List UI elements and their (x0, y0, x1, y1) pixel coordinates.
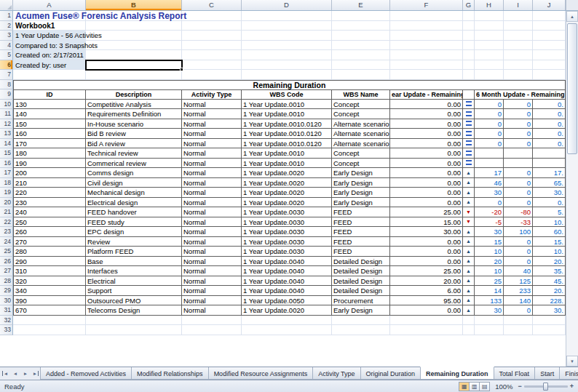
cell-change-3[interactable]: 0. (533, 100, 566, 110)
cell-change-2[interactable]: 0 (504, 109, 533, 119)
cell-wbs-name[interactable]: Procurement (332, 296, 390, 306)
row-header-26[interactable]: 26 (0, 257, 13, 267)
cell[interactable] (242, 70, 332, 80)
cell-change-2[interactable]: 0 (504, 198, 533, 208)
cell-remaining-duration[interactable]: 0.00 (390, 100, 463, 110)
cell-wbs-code[interactable]: 1 Year Update.0030 (242, 237, 332, 247)
cell-trend[interactable]: ▲ (463, 286, 475, 296)
cell-wbs-name[interactable]: Alternate scenario (332, 139, 390, 149)
cell-change-3[interactable]: 60. (533, 227, 566, 237)
cell[interactable] (390, 31, 463, 41)
cell-change-2[interactable]: 0 (504, 305, 533, 316)
cell[interactable] (182, 31, 242, 41)
zoom-thumb[interactable] (543, 383, 548, 391)
cell-change-2[interactable] (504, 159, 533, 169)
cell-change-2[interactable]: -33 (504, 217, 533, 228)
cell-change-1[interactable]: 17 (475, 168, 504, 178)
cell-wbs-name[interactable]: Early Design (332, 168, 390, 178)
cell-description[interactable]: Support (86, 286, 182, 296)
cell-activity-type[interactable]: Normal (182, 100, 242, 110)
cell-description[interactable]: Commerical review (86, 159, 182, 169)
cell-activity-type[interactable]: Normal (182, 119, 242, 129)
cell[interactable] (332, 70, 390, 80)
cell-id[interactable]: 390 (13, 296, 86, 306)
sheet-tab[interactable]: Remaining Duration (420, 367, 494, 380)
cell-wbs-name[interactable]: Detailed Design (332, 266, 390, 276)
cell-change-1[interactable] (475, 148, 504, 159)
cell-change-3[interactable]: 228. (533, 296, 566, 306)
cell-trend[interactable] (463, 100, 475, 110)
row-header-5[interactable]: 5 (0, 50, 13, 60)
cell-activity-type[interactable]: Normal (182, 266, 242, 276)
cell[interactable] (390, 21, 463, 31)
cell-activity-type[interactable]: Normal (182, 237, 242, 247)
selected-cell-B6[interactable] (85, 60, 183, 71)
cell-id[interactable]: 250 (13, 217, 86, 228)
cell-change-1[interactable]: 14 (475, 286, 504, 296)
column-header-I[interactable]: I (504, 0, 533, 10)
cell[interactable] (475, 60, 504, 71)
row-header-24[interactable]: 24 (0, 237, 13, 247)
cell[interactable] (463, 50, 475, 60)
cell-wbs-code[interactable]: 1 Year Update.0020 (242, 198, 332, 208)
cell-change-3[interactable]: 45. (533, 276, 566, 287)
cell-trend[interactable]: ▲ (463, 276, 475, 287)
cell-trend[interactable]: ▲ (463, 305, 475, 316)
cell-trend[interactable]: ▲ (463, 227, 475, 237)
cell-change-1[interactable]: 30 (475, 227, 504, 237)
cell-change-1[interactable]: 10 (475, 247, 504, 257)
cell[interactable] (332, 41, 390, 51)
row-header-20[interactable]: 20 (0, 198, 13, 208)
cell-description[interactable]: Electrical (86, 276, 182, 287)
scroll-up-icon[interactable]: ▲ (566, 11, 578, 22)
cell-description[interactable]: FEED study (86, 217, 182, 228)
cell[interactable] (182, 11, 242, 21)
cell-remaining-duration[interactable]: 0.00 (390, 237, 463, 247)
cell[interactable] (533, 41, 566, 51)
zoom-out-icon[interactable]: − (518, 383, 521, 390)
row-header-17[interactable]: 17 (0, 168, 13, 178)
cell-trend[interactable] (463, 159, 475, 169)
cell-description[interactable]: FEED handover (86, 207, 182, 217)
scroll-down-icon[interactable]: ▼ (566, 356, 578, 367)
cell-wbs-name[interactable]: Alternate scenario (332, 129, 390, 139)
row-header-15[interactable]: 15 (0, 148, 13, 159)
cell[interactable] (504, 41, 533, 51)
cell-change-1[interactable]: 10 (475, 266, 504, 276)
page-break-view-button[interactable]: ▤ (479, 382, 490, 391)
row-header-2[interactable]: 2 (0, 21, 13, 31)
cell[interactable] (86, 325, 182, 335)
cell-change-1[interactable] (475, 159, 504, 169)
column-header-B[interactable]: B (86, 0, 182, 10)
vertical-scroll-track[interactable] (566, 22, 578, 356)
cell[interactable] (242, 316, 332, 326)
cell-remaining-duration[interactable]: 0.00 (390, 159, 463, 169)
cell[interactable] (13, 70, 86, 80)
cell[interactable] (332, 316, 390, 326)
cell-description[interactable]: Electrical design (86, 198, 182, 208)
cell-change-1[interactable]: 30 (475, 305, 504, 316)
cell-activity-type[interactable]: Normal (182, 198, 242, 208)
cell[interactable] (182, 325, 242, 335)
sheet-tab[interactable]: Modified Relationships (131, 367, 209, 380)
cell-activity-type[interactable]: Normal (182, 286, 242, 296)
cell[interactable] (182, 60, 242, 71)
cell-wbs-code[interactable]: 1 Year Update.0010.0120 (242, 119, 332, 129)
first-sheet-button[interactable]: ◄ (0, 367, 10, 380)
cell-description[interactable]: EPC design (86, 227, 182, 237)
cell-wbs-name[interactable]: FEED (332, 227, 390, 237)
cell-change-3[interactable]: 0. (533, 129, 566, 139)
cell-wbs-code[interactable]: 1 Year Update.0010 (242, 109, 332, 119)
cell-wbs-code[interactable]: 1 Year Update.0040 (242, 266, 332, 276)
cell[interactable] (533, 50, 566, 60)
cell-change-3[interactable]: 30. (533, 188, 566, 198)
cell-wbs-code[interactable]: 1 Year Update.0040 (242, 276, 332, 287)
cell[interactable] (475, 11, 504, 21)
cell[interactable] (463, 316, 475, 326)
cell-trend[interactable] (463, 148, 475, 159)
row-header-29[interactable]: 29 (0, 286, 13, 296)
cell-remaining-duration[interactable]: 0.00 (390, 188, 463, 198)
cell-trend[interactable]: ▲ (463, 257, 475, 267)
cell-remaining-duration[interactable]: 0.00 (390, 168, 463, 178)
cell-change-3[interactable]: 10. (533, 217, 566, 228)
